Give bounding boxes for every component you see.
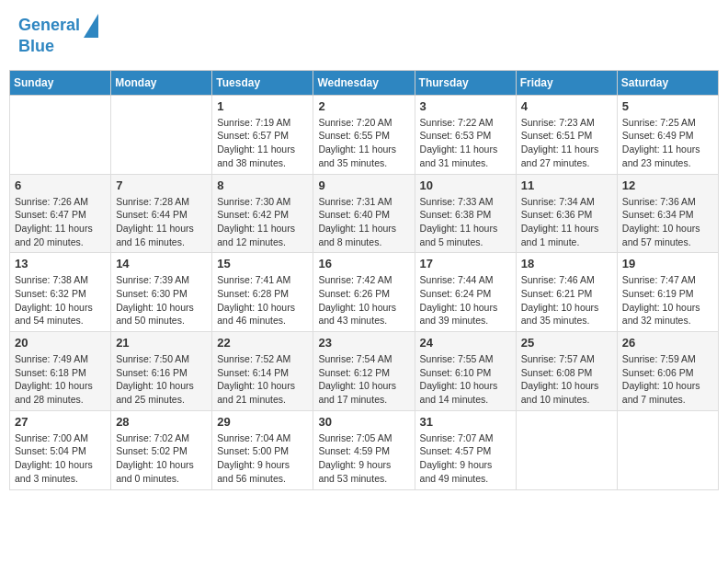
calendar-day-cell: 26 Sunrise: 7:59 AM Sunset: 6:06 PM Dayl…	[617, 332, 718, 411]
day-info: Sunrise: 7:23 AM Sunset: 6:51 PM Dayligh…	[521, 116, 612, 170]
calendar-day-cell: 5 Sunrise: 7:25 AM Sunset: 6:49 PM Dayli…	[617, 95, 718, 174]
day-info: Sunrise: 7:22 AM Sunset: 6:53 PM Dayligh…	[420, 116, 511, 170]
day-number: 21	[116, 336, 207, 350]
day-info: Sunrise: 7:00 AM Sunset: 5:04 PM Dayligh…	[15, 431, 106, 486]
day-info: Sunrise: 7:54 AM Sunset: 6:12 PM Dayligh…	[318, 352, 409, 407]
weekday-header-cell: Tuesday	[212, 70, 313, 95]
calendar-day-cell: 14 Sunrise: 7:39 AM Sunset: 6:30 PM Dayl…	[111, 253, 212, 332]
calendar-day-cell: 16 Sunrise: 7:42 AM Sunset: 6:26 PM Dayl…	[313, 253, 415, 332]
weekday-header-cell: Friday	[516, 70, 617, 95]
day-info: Sunrise: 7:19 AM Sunset: 6:57 PM Dayligh…	[217, 116, 308, 170]
day-info: Sunrise: 7:30 AM Sunset: 6:42 PM Dayligh…	[217, 195, 308, 249]
logo: General Blue	[18, 14, 100, 56]
day-number: 13	[15, 257, 106, 270]
day-info: Sunrise: 7:36 AM Sunset: 6:34 PM Dayligh…	[622, 195, 713, 249]
day-number: 8	[217, 178, 308, 192]
day-number: 11	[521, 178, 612, 192]
day-number: 16	[318, 257, 409, 270]
day-info: Sunrise: 7:25 AM Sunset: 6:49 PM Dayligh…	[622, 116, 713, 170]
day-info: Sunrise: 7:28 AM Sunset: 6:44 PM Dayligh…	[116, 195, 207, 249]
day-number: 22	[217, 336, 308, 350]
day-number: 9	[318, 178, 409, 192]
logo-icon	[82, 14, 100, 38]
day-number: 27	[15, 415, 106, 429]
day-number: 6	[15, 178, 106, 192]
calendar-week-row: 1 Sunrise: 7:19 AM Sunset: 6:57 PM Dayli…	[10, 95, 719, 174]
calendar-day-cell: 8 Sunrise: 7:30 AM Sunset: 6:42 PM Dayli…	[212, 174, 313, 253]
day-info: Sunrise: 7:44 AM Sunset: 6:24 PM Dayligh…	[420, 273, 511, 327]
calendar-day-cell: 1 Sunrise: 7:19 AM Sunset: 6:57 PM Dayli…	[212, 95, 313, 174]
calendar-day-cell: 23 Sunrise: 7:54 AM Sunset: 6:12 PM Dayl…	[313, 332, 415, 411]
day-info: Sunrise: 7:31 AM Sunset: 6:40 PM Dayligh…	[318, 195, 409, 249]
weekday-header-cell: Wednesday	[313, 70, 415, 95]
day-number: 2	[318, 99, 409, 113]
calendar-day-cell: 25 Sunrise: 7:57 AM Sunset: 6:08 PM Dayl…	[516, 332, 617, 411]
calendar-day-cell	[111, 95, 212, 174]
calendar-day-cell: 2 Sunrise: 7:20 AM Sunset: 6:55 PM Dayli…	[313, 95, 415, 174]
day-number: 25	[521, 336, 612, 350]
weekday-header-cell: Thursday	[415, 70, 516, 95]
calendar-day-cell: 12 Sunrise: 7:36 AM Sunset: 6:34 PM Dayl…	[617, 174, 718, 253]
calendar-day-cell: 29 Sunrise: 7:04 AM Sunset: 5:00 PM Dayl…	[212, 410, 313, 489]
day-info: Sunrise: 7:04 AM Sunset: 5:00 PM Dayligh…	[217, 431, 308, 486]
day-info: Sunrise: 7:26 AM Sunset: 6:47 PM Dayligh…	[15, 195, 106, 249]
day-info: Sunrise: 7:05 AM Sunset: 4:59 PM Dayligh…	[318, 431, 409, 486]
day-number: 20	[15, 336, 106, 350]
day-info: Sunrise: 7:42 AM Sunset: 6:26 PM Dayligh…	[318, 273, 409, 327]
day-info: Sunrise: 7:38 AM Sunset: 6:32 PM Dayligh…	[15, 273, 106, 327]
calendar-body: 1 Sunrise: 7:19 AM Sunset: 6:57 PM Dayli…	[10, 95, 719, 489]
day-number: 5	[622, 99, 713, 113]
day-info: Sunrise: 7:52 AM Sunset: 6:14 PM Dayligh…	[217, 352, 308, 407]
calendar-day-cell: 17 Sunrise: 7:44 AM Sunset: 6:24 PM Dayl…	[415, 253, 516, 332]
calendar-day-cell: 22 Sunrise: 7:52 AM Sunset: 6:14 PM Dayl…	[212, 332, 313, 411]
day-number: 31	[420, 415, 511, 429]
calendar-day-cell: 30 Sunrise: 7:05 AM Sunset: 4:59 PM Dayl…	[313, 410, 415, 489]
calendar-week-row: 13 Sunrise: 7:38 AM Sunset: 6:32 PM Dayl…	[10, 253, 719, 332]
day-number: 14	[116, 257, 207, 270]
calendar-day-cell: 18 Sunrise: 7:46 AM Sunset: 6:21 PM Dayl…	[516, 253, 617, 332]
calendar-day-cell: 9 Sunrise: 7:31 AM Sunset: 6:40 PM Dayli…	[313, 174, 415, 253]
day-number: 24	[420, 336, 511, 350]
calendar-week-row: 27 Sunrise: 7:00 AM Sunset: 5:04 PM Dayl…	[10, 410, 719, 489]
calendar-day-cell: 11 Sunrise: 7:34 AM Sunset: 6:36 PM Dayl…	[516, 174, 617, 253]
day-number: 18	[521, 257, 612, 270]
day-number: 10	[420, 178, 511, 192]
day-number: 1	[217, 99, 308, 113]
day-number: 30	[318, 415, 409, 429]
weekday-header-cell: Monday	[111, 70, 212, 95]
calendar-day-cell: 13 Sunrise: 7:38 AM Sunset: 6:32 PM Dayl…	[10, 253, 111, 332]
weekday-header-cell: Saturday	[617, 70, 718, 95]
day-info: Sunrise: 7:49 AM Sunset: 6:18 PM Dayligh…	[15, 352, 106, 407]
day-number: 29	[217, 415, 308, 429]
day-info: Sunrise: 7:39 AM Sunset: 6:30 PM Dayligh…	[116, 273, 207, 327]
day-number: 28	[116, 415, 207, 429]
day-number: 7	[116, 178, 207, 192]
day-number: 15	[217, 257, 308, 270]
logo-subtext: Blue	[18, 38, 54, 56]
day-info: Sunrise: 7:47 AM Sunset: 6:19 PM Dayligh…	[622, 273, 713, 327]
day-number: 4	[521, 99, 612, 113]
calendar-day-cell: 6 Sunrise: 7:26 AM Sunset: 6:47 PM Dayli…	[10, 174, 111, 253]
page-header: General Blue	[9, 9, 719, 61]
calendar-day-cell: 28 Sunrise: 7:02 AM Sunset: 5:02 PM Dayl…	[111, 410, 212, 489]
day-info: Sunrise: 7:57 AM Sunset: 6:08 PM Dayligh…	[521, 352, 612, 407]
calendar-week-row: 6 Sunrise: 7:26 AM Sunset: 6:47 PM Dayli…	[10, 174, 719, 253]
calendar-day-cell: 19 Sunrise: 7:47 AM Sunset: 6:19 PM Dayl…	[617, 253, 718, 332]
day-number: 26	[622, 336, 713, 350]
day-number: 19	[622, 257, 713, 270]
calendar-day-cell	[516, 410, 617, 489]
day-info: Sunrise: 7:33 AM Sunset: 6:38 PM Dayligh…	[420, 195, 511, 249]
day-info: Sunrise: 7:41 AM Sunset: 6:28 PM Dayligh…	[217, 273, 308, 327]
calendar-week-row: 20 Sunrise: 7:49 AM Sunset: 6:18 PM Dayl…	[10, 332, 719, 411]
day-info: Sunrise: 7:34 AM Sunset: 6:36 PM Dayligh…	[521, 195, 612, 249]
day-info: Sunrise: 7:07 AM Sunset: 4:57 PM Dayligh…	[420, 431, 511, 486]
calendar-day-cell: 31 Sunrise: 7:07 AM Sunset: 4:57 PM Dayl…	[415, 410, 516, 489]
day-info: Sunrise: 7:02 AM Sunset: 5:02 PM Dayligh…	[116, 431, 207, 486]
calendar-day-cell: 21 Sunrise: 7:50 AM Sunset: 6:16 PM Dayl…	[111, 332, 212, 411]
calendar-day-cell: 20 Sunrise: 7:49 AM Sunset: 6:18 PM Dayl…	[10, 332, 111, 411]
day-number: 23	[318, 336, 409, 350]
calendar-day-cell	[10, 95, 111, 174]
day-number: 12	[622, 178, 713, 192]
calendar-day-cell: 10 Sunrise: 7:33 AM Sunset: 6:38 PM Dayl…	[415, 174, 516, 253]
day-info: Sunrise: 7:20 AM Sunset: 6:55 PM Dayligh…	[318, 116, 409, 170]
